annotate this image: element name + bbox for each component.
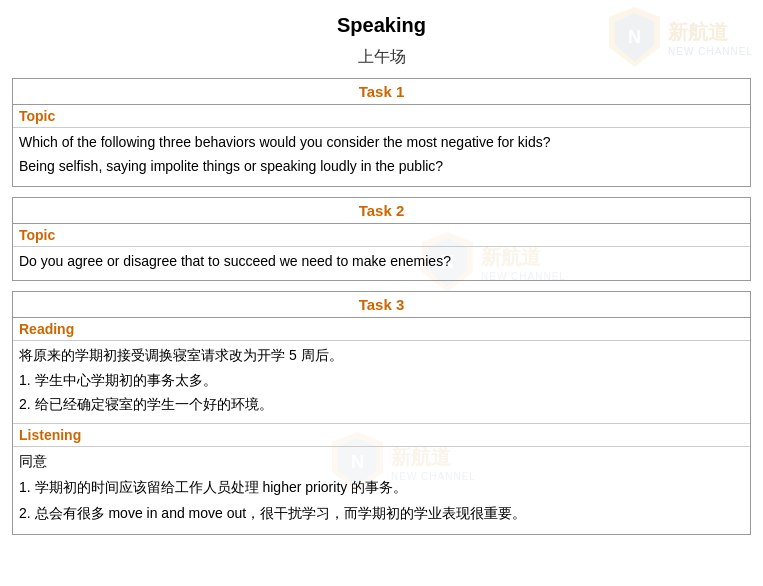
task-3-listening-content: 同意 1. 学期初的时间应该留给工作人员处理 higher priority 的… bbox=[13, 446, 750, 533]
page-title: Speaking bbox=[12, 8, 751, 43]
task-3-header: Task 3 bbox=[13, 292, 750, 318]
page-subtitle: 上午场 bbox=[12, 47, 751, 68]
task-2-header: Task 2 bbox=[13, 198, 750, 224]
task-1-content: Which of the following three behaviors w… bbox=[13, 127, 750, 186]
task-2-topic-label: Topic bbox=[13, 224, 750, 246]
task-2-content: Do you agree or disagree that to succeed… bbox=[13, 246, 750, 280]
task-1-topic-label: Topic bbox=[13, 105, 750, 127]
task-1-header: Task 1 bbox=[13, 79, 750, 105]
task-3-section: Task 3 Reading 将原来的学期初接受调换寝室请求改为开学 5 周后。… bbox=[12, 291, 751, 535]
task-2-section: Task 2 Topic Do you agree or disagree th… bbox=[12, 197, 751, 281]
task-3-reading-label: Reading bbox=[13, 318, 750, 340]
task-1-section: Task 1 Topic Which of the following thre… bbox=[12, 78, 751, 187]
task-3-reading-content: 将原来的学期初接受调换寝室请求改为开学 5 周后。 1. 学生中心学期初的事务太… bbox=[13, 340, 750, 423]
task-3-listening-label: Listening bbox=[13, 423, 750, 446]
